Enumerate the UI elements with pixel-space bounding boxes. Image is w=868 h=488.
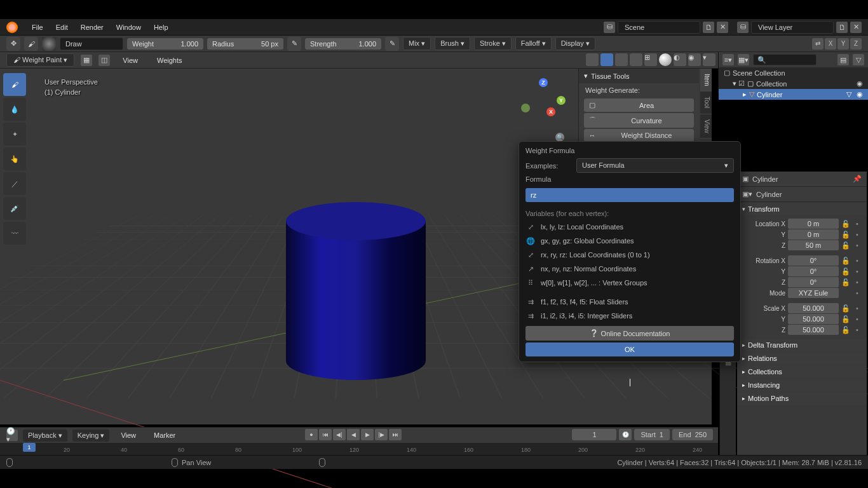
mirror-icon[interactable]: ⇄ <box>812 38 824 50</box>
cursor-tool-icon[interactable]: ✥ <box>6 37 20 51</box>
examples-select[interactable]: User Formula▾ <box>576 158 734 173</box>
play-reverse-button[interactable]: ◀ <box>347 429 360 440</box>
gizmo-zoom-icon[interactable]: 🔍 <box>555 133 564 142</box>
gizmo-x-axis[interactable]: X <box>546 107 555 116</box>
scene-new-icon[interactable]: 🗋 <box>703 22 714 33</box>
blur-tool-button[interactable]: 💧 <box>3 98 26 121</box>
location-z-field[interactable]: 50 m <box>788 240 839 250</box>
menu-help[interactable]: Help <box>147 21 175 34</box>
timeline-marker-menu[interactable]: Marker <box>147 429 182 442</box>
draw-tool-button[interactable]: 🖌 <box>3 73 26 96</box>
tissue-tools-header[interactable]: ▾ Tissue Tools <box>579 69 699 83</box>
curvature-button[interactable]: ⌒Curvature <box>584 113 694 128</box>
outliner-scene-collection[interactable]: ▢ Scene Collection <box>719 67 868 78</box>
play-button[interactable]: ▶ <box>361 429 374 440</box>
menu-window[interactable]: Window <box>110 21 147 34</box>
lock-icon[interactable]: 🔓 <box>841 220 850 228</box>
viewport-view-menu[interactable]: View <box>116 54 144 67</box>
display-dropdown[interactable]: Display ▾ <box>555 37 595 50</box>
vertex-select-icon[interactable]: ▦ <box>81 55 92 66</box>
falloff-dropdown[interactable]: Falloff ▾ <box>515 37 552 50</box>
current-frame-marker[interactable]: 1 <box>23 443 36 452</box>
keyframe-next-button[interactable]: |▶ <box>375 429 388 440</box>
menu-edit[interactable]: Edit <box>50 21 74 34</box>
viewlayer-new-icon[interactable]: 🗋 <box>836 22 848 33</box>
formula-input[interactable] <box>526 188 734 202</box>
blend-mode-select[interactable]: Mix ▾ <box>403 37 431 50</box>
radius-pressure-icon[interactable]: ✎ <box>287 37 301 51</box>
keyframe-prev-button[interactable]: ◀| <box>333 429 346 440</box>
shading-options-icon[interactable]: ▾ <box>703 53 715 66</box>
motion-paths-header[interactable]: Motion Paths <box>737 392 867 405</box>
viewlayer-delete-icon[interactable]: ✕ <box>850 22 862 33</box>
menu-render[interactable]: Render <box>74 21 110 34</box>
mirror-y-button[interactable]: Y <box>837 38 849 50</box>
n-tab-tool[interactable]: Tool <box>700 92 712 114</box>
blender-logo-icon[interactable] <box>6 22 18 33</box>
timeline-track[interactable]: 1 20 40 60 80 100 120 140 160 180 200 22… <box>0 443 718 456</box>
weight-distance-button[interactable]: ↔Weight Distance <box>584 129 694 142</box>
keying-menu[interactable]: Keying ▾ <box>72 430 110 442</box>
wireframe-shading-icon[interactable]: ⊞ <box>644 53 657 66</box>
rendered-shading-icon[interactable]: ◉ <box>688 53 701 66</box>
material-shading-icon[interactable]: ◐ <box>674 53 686 66</box>
timeline-editor-icon[interactable]: 🕐▾ <box>6 430 18 441</box>
brush-name-input[interactable] <box>60 37 123 50</box>
sample-tool-button[interactable]: 💉 <box>3 197 26 220</box>
viewlayer-browse-icon[interactable]: ⛁ <box>737 22 749 33</box>
weight-field[interactable]: Weight1.000 <box>127 38 203 50</box>
scale-x-field[interactable]: 50.000 <box>788 303 839 313</box>
relations-header[interactable]: Relations <box>737 352 867 365</box>
stroke-dropdown[interactable]: Stroke ▾ <box>474 37 512 50</box>
scene-delete-icon[interactable]: ✕ <box>717 22 728 33</box>
outliner-collection[interactable]: ▾ ☑ ▢ Collection◉ <box>719 78 868 89</box>
mirror-z-button[interactable]: Z <box>850 38 862 50</box>
viewlayer-name-input[interactable] <box>751 21 834 34</box>
overlay-toggle-icon[interactable] <box>615 53 628 66</box>
strength-pressure-icon[interactable]: ✎ <box>385 37 399 51</box>
radius-field[interactable]: Radius50 px <box>207 38 283 50</box>
rotation-mode-select[interactable]: XYZ Eule <box>788 288 839 298</box>
current-frame-field[interactable]: 1 <box>572 429 616 440</box>
n-tab-view[interactable]: View <box>700 114 712 139</box>
gradient-tool-button[interactable]: ／ <box>3 172 26 195</box>
gizmo-z-axis[interactable]: Z <box>539 78 548 87</box>
end-frame-field[interactable]: End 250 <box>672 429 713 440</box>
autokey-button[interactable]: ● <box>305 429 318 440</box>
jump-start-button[interactable]: ⏮ <box>319 429 332 440</box>
outliner-display-icon[interactable]: ≡▾ <box>722 54 734 65</box>
online-doc-button[interactable]: ❔Online Documentation <box>526 326 734 341</box>
transform-section-header[interactable]: Transform <box>737 203 867 215</box>
n-tab-item[interactable]: Item <box>700 69 712 92</box>
gizmo-toggle-icon[interactable] <box>600 53 613 66</box>
playback-menu[interactable]: Playback ▾ <box>23 430 67 442</box>
pin-icon[interactable]: 📌 <box>853 175 862 183</box>
jump-end-button[interactable]: ⏭ <box>389 429 402 440</box>
scene-name-input[interactable] <box>618 21 700 34</box>
brush-preview-icon[interactable]: 🖌 <box>24 37 38 51</box>
cylinder-mesh[interactable] <box>286 202 426 380</box>
outliner-new-collection-icon[interactable]: ▤ <box>837 54 849 65</box>
props-data-name[interactable]: Cylinder <box>756 191 782 198</box>
outliner-filter-icon[interactable]: ▦▾ <box>738 54 749 65</box>
outliner-filter-toggle-icon[interactable]: ▽ <box>853 54 864 65</box>
timeline-view-menu[interactable]: View <box>114 429 142 442</box>
gizmo-neg-y[interactable] <box>521 104 530 112</box>
strength-field[interactable]: Strength1.000 <box>305 38 381 50</box>
rotation-x-field[interactable]: 0° <box>788 255 839 266</box>
average-tool-button[interactable]: ✦ <box>3 123 26 146</box>
xray-toggle-icon[interactable] <box>630 53 642 66</box>
scene-browse-icon[interactable]: ⛁ <box>604 22 615 33</box>
menu-file[interactable]: File <box>25 21 50 34</box>
outliner-cylinder-item[interactable]: ▸ ▽ Cylinder ▽◉ <box>719 89 868 100</box>
navigation-gizmo[interactable]: Z Y X 🔍 <box>521 78 566 123</box>
rotation-y-field[interactable]: 0° <box>788 266 839 276</box>
scale-y-field[interactable]: 50.000 <box>788 314 839 324</box>
outliner-search-input[interactable] <box>753 54 817 65</box>
start-frame-field[interactable]: Start 1 <box>634 429 669 440</box>
ok-button[interactable]: OK <box>526 342 734 356</box>
view-object-types-icon[interactable] <box>586 53 599 66</box>
mode-select[interactable]: 🖌 Weight Paint ▾ <box>6 53 74 67</box>
face-select-icon[interactable]: ◫ <box>98 55 110 66</box>
collections-header[interactable]: Collections <box>737 365 867 378</box>
